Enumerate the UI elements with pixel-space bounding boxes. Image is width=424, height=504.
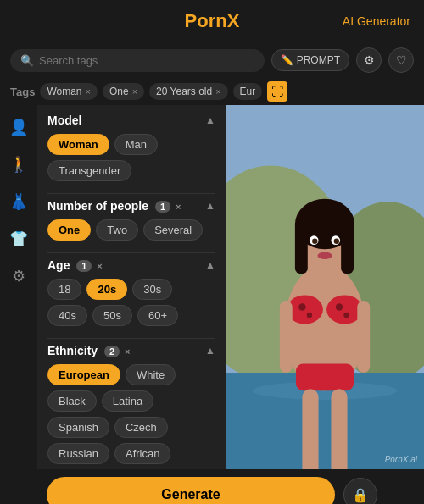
ethnicity-section: Ethnicity 2 × ▲ European White Black Lat… — [47, 344, 215, 469]
option-spanish[interactable]: Spanish — [47, 417, 109, 438]
prompt-button[interactable]: ✏️ PROMPT — [271, 49, 349, 71]
age-chevron[interactable]: ▲ — [205, 259, 215, 271]
title-part1: Porn — [185, 10, 227, 31]
sidebar-icon-person[interactable]: 👤 — [5, 114, 32, 141]
ethnicity-chevron[interactable]: ▲ — [205, 345, 215, 357]
ethnicity-title: Ethnicity 2 × — [47, 344, 130, 357]
option-transgender[interactable]: Transgender — [47, 160, 131, 181]
tags-expand-btn[interactable]: ⛶ — [267, 81, 287, 102]
people-section: Number of people 1 × ▲ One Two Several — [47, 199, 215, 241]
generated-image: PornX.ai — [226, 105, 424, 469]
search-input[interactable] — [39, 54, 254, 67]
prompt-label: PROMPT — [297, 54, 340, 66]
option-woman[interactable]: Woman — [47, 134, 109, 155]
people-section-header: Number of people 1 × ▲ — [47, 199, 215, 213]
svg-point-15 — [312, 239, 317, 244]
svg-rect-21 — [302, 389, 318, 469]
prompt-icon: ✏️ — [281, 54, 293, 66]
age-section: Age 1 × ▲ 18 20s 30s 40s 50s 60+ — [47, 258, 215, 326]
ethnicity-count-close[interactable]: × — [125, 346, 130, 357]
people-count-close[interactable]: × — [176, 202, 181, 212]
option-50s[interactable]: 50s — [92, 305, 132, 326]
option-20s[interactable]: 20s — [86, 279, 127, 300]
option-60plus[interactable]: 60+ — [137, 305, 178, 326]
svg-point-24 — [307, 313, 312, 318]
model-title: Model — [47, 114, 81, 127]
svg-point-6 — [287, 296, 323, 324]
option-black[interactable]: Black — [47, 390, 97, 412]
generate-button[interactable]: Generate — [47, 477, 335, 504]
favorites-icon-btn[interactable]: ♡ — [388, 47, 414, 73]
people-chevron[interactable]: ▲ — [205, 200, 215, 212]
option-latina[interactable]: Latina — [102, 390, 153, 412]
option-european[interactable]: European — [47, 364, 120, 385]
svg-point-16 — [334, 239, 339, 244]
tag-one-close[interactable]: × — [132, 86, 137, 97]
option-40s[interactable]: 40s — [47, 305, 87, 326]
option-man[interactable]: Man — [114, 134, 158, 155]
people-title: Number of people 1 × — [47, 199, 181, 213]
search-wrap[interactable]: 🔍 — [10, 49, 265, 72]
option-one[interactable]: One — [47, 219, 91, 241]
option-two[interactable]: Two — [96, 219, 138, 241]
search-icon: 🔍 — [20, 54, 34, 67]
svg-point-26 — [343, 313, 349, 318]
svg-point-17 — [317, 252, 332, 260]
svg-rect-12 — [341, 219, 354, 274]
sidebar-icon-settings[interactable]: ⚙ — [5, 263, 32, 290]
image-panel: PornX.ai — [226, 105, 424, 469]
age-count-close[interactable]: × — [97, 261, 102, 271]
ethnicity-section-header: Ethnicity 2 × ▲ — [47, 344, 215, 357]
divider-2 — [47, 252, 215, 253]
tag-woman-close[interactable]: × — [86, 86, 91, 97]
tag-age[interactable]: 20 Years old × — [149, 83, 228, 100]
model-chevron[interactable]: ▲ — [205, 114, 215, 126]
divider-3 — [47, 338, 215, 339]
people-options: One Two Several — [47, 219, 215, 241]
bottom-bar: Generate 🔒 — [0, 469, 424, 504]
option-african[interactable]: African — [114, 443, 170, 464]
lock-button[interactable]: 🔒 — [343, 478, 377, 504]
tag-eur[interactable]: Eur — [233, 83, 263, 100]
image-svg — [226, 105, 424, 469]
title-part2: X — [227, 10, 240, 31]
option-czech[interactable]: Czech — [114, 417, 168, 438]
model-options: Woman Man Transgender — [47, 134, 215, 181]
watermark: PornX.ai — [385, 455, 417, 464]
option-several[interactable]: Several — [143, 219, 203, 241]
ai-generator-link[interactable]: AI Generator — [343, 14, 410, 28]
age-section-header: Age 1 × ▲ — [47, 258, 215, 272]
settings-icon-btn[interactable]: ⚙ — [356, 47, 382, 73]
svg-rect-20 — [357, 301, 370, 373]
option-white[interactable]: White — [126, 364, 176, 385]
sidebar-icon-clothing[interactable]: 👕 — [5, 225, 32, 252]
age-title: Age 1 × — [47, 258, 103, 272]
age-options: 18 20s 30s 40s 50s 60+ — [47, 279, 215, 326]
svg-point-23 — [298, 303, 306, 311]
divider-1 — [47, 193, 215, 194]
svg-rect-11 — [295, 219, 308, 274]
model-section: Model ▲ Woman Man Transgender — [47, 114, 215, 181]
search-bar: 🔍 ✏️ PROMPT ⚙ ♡ — [0, 42, 424, 78]
sidebar-icon-style[interactable]: 👗 — [5, 188, 32, 215]
option-18[interactable]: 18 — [47, 279, 81, 300]
svg-rect-19 — [280, 301, 293, 373]
ethnicity-options: European White Black Latina Spanish Czec… — [47, 364, 215, 469]
tag-age-close[interactable]: × — [215, 86, 220, 97]
app-title: PornX — [185, 10, 240, 32]
header: PornX AI Generator — [0, 0, 424, 42]
model-section-header: Model ▲ — [47, 114, 215, 127]
sidebar-icon-figure[interactable]: 🚶 — [5, 151, 32, 178]
option-russian[interactable]: Russian — [47, 443, 109, 464]
tags-row: Tags Woman × One × 20 Years old × Eur ⛶ — [0, 78, 424, 105]
svg-rect-22 — [331, 389, 347, 469]
tag-one[interactable]: One × — [103, 83, 144, 100]
tags-label: Tags — [10, 86, 35, 98]
options-panel: Model ▲ Woman Man Transgender Number of … — [37, 105, 226, 469]
option-30s[interactable]: 30s — [132, 279, 172, 300]
tag-woman[interactable]: Woman × — [40, 83, 98, 100]
sidebar-icons: 👤 🚶 👗 👕 ⚙ — [0, 105, 37, 469]
svg-point-7 — [326, 296, 363, 324]
main-area: 👤 🚶 👗 👕 ⚙ Model ▲ Woman Man Transgender … — [0, 105, 424, 469]
svg-point-25 — [336, 303, 343, 311]
